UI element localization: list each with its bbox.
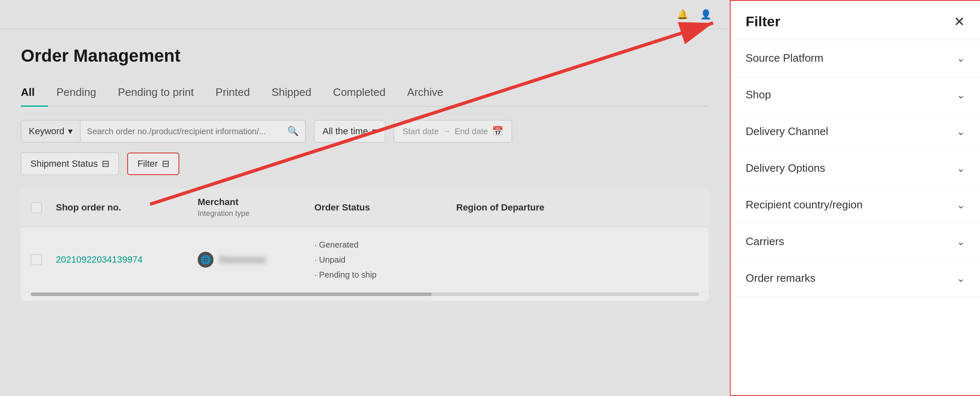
- chevron-shop-icon: ⌄: [957, 89, 965, 101]
- col-order-status: Order Status: [314, 202, 456, 213]
- filter-item-delivery-channel[interactable]: Delivery Channel ⌄: [731, 113, 980, 150]
- chevron-order-remarks-icon: ⌄: [957, 273, 965, 284]
- keyword-dropdown[interactable]: Keyword ▾: [21, 120, 80, 142]
- status-pending-ship: · Pending to ship: [314, 267, 456, 282]
- status-unpaid: · Unpaid: [314, 252, 456, 267]
- tab-archive[interactable]: Archive: [407, 81, 457, 107]
- time-label: All the time: [323, 126, 368, 137]
- user-icon[interactable]: 👤: [698, 7, 713, 22]
- filter-panel: Filter ✕ Source Platform ⌄ Shop ⌄ Delive…: [730, 0, 980, 396]
- search-input[interactable]: [80, 120, 281, 142]
- row-checkbox[interactable]: [31, 254, 56, 265]
- search-group[interactable]: Keyword ▾ 🔍: [21, 120, 306, 143]
- status-list: · Generated · Unpaid · Pending to ship: [314, 237, 456, 282]
- tab-pending-to-print[interactable]: Pending to print: [118, 81, 207, 107]
- filter-label-delivery-channel: Delivery Channel: [746, 125, 828, 138]
- filter-funnel-icon-1: ⊟: [102, 158, 109, 169]
- horizontal-scrollbar[interactable]: [31, 293, 699, 296]
- search-icon[interactable]: 🔍: [281, 120, 305, 142]
- tab-all[interactable]: All: [21, 81, 48, 107]
- col-merchant: MerchantIntegration type: [198, 197, 314, 218]
- tab-completed[interactable]: Completed: [333, 81, 399, 107]
- filter-item-recipient-country[interactable]: Recipient country/region ⌄: [731, 187, 980, 223]
- filter-items-list: Source Platform ⌄ Shop ⌄ Delivery Channe…: [731, 40, 980, 395]
- end-date-label: End date: [455, 127, 488, 136]
- filter-label-source-platform: Source Platform: [746, 52, 823, 65]
- filter-label-delivery-options: Delivery Options: [746, 162, 825, 175]
- chevron-delivery-options-icon: ⌄: [957, 163, 965, 174]
- tab-pending[interactable]: Pending: [56, 81, 109, 107]
- filter-item-delivery-options[interactable]: Delivery Options ⌄: [731, 150, 980, 187]
- status-generated: · Generated: [314, 237, 456, 252]
- tabs-container: All Pending Pending to print Printed Shi…: [21, 81, 709, 107]
- chevron-recipient-icon: ⌄: [957, 199, 965, 211]
- table-header: Shop order no. MerchantIntegration type …: [21, 188, 709, 227]
- filter-item-source-platform[interactable]: Source Platform ⌄: [731, 40, 980, 77]
- shipment-status-filter[interactable]: Shipment Status ⊟: [21, 153, 119, 175]
- date-range[interactable]: Start date → End date 📅: [394, 120, 512, 143]
- page-body: Order Management All Pending Pending to …: [0, 29, 730, 318]
- scroll-thumb: [31, 293, 432, 296]
- date-range-arrow: →: [443, 127, 450, 136]
- keyword-chevron-icon: ▾: [68, 126, 73, 137]
- filter-panel-header: Filter ✕: [731, 1, 980, 40]
- notification-icon[interactable]: 🔔: [675, 7, 690, 22]
- top-bar: 🔔 👤: [0, 0, 730, 29]
- filter-label: Filter: [137, 158, 158, 169]
- keyword-label: Keyword: [29, 126, 65, 137]
- filter-button[interactable]: Filter ⊟: [127, 153, 179, 175]
- main-content: 🔔 👤 Order Management All Pending Pending…: [0, 0, 730, 396]
- filter-panel-title: Filter: [746, 13, 780, 30]
- orders-table: Shop order no. MerchantIntegration type …: [21, 188, 709, 301]
- chevron-carriers-icon: ⌄: [957, 236, 965, 248]
- col-order-no: Shop order no.: [56, 202, 198, 213]
- select-all-checkbox[interactable]: [31, 202, 42, 213]
- filter-label-order-remarks: Order remarks: [746, 272, 816, 285]
- table-row: 20210922034139974 🌐 Xxxxxxxxxx · Generat…: [21, 227, 709, 293]
- order-id[interactable]: 20210922034139974: [56, 254, 198, 265]
- filters-row-1: Keyword ▾ 🔍 All the time ▾ Start date → …: [21, 120, 709, 143]
- calendar-icon[interactable]: 📅: [492, 126, 503, 137]
- start-date-label: Start date: [402, 127, 439, 136]
- order-status-cell: · Generated · Unpaid · Pending to ship: [314, 237, 456, 282]
- chevron-source-platform-icon: ⌄: [957, 53, 965, 64]
- tab-shipped[interactable]: Shipped: [271, 81, 324, 107]
- filter-label-recipient-country: Recipient country/region: [746, 198, 862, 211]
- filter-label-carriers: Carriers: [746, 235, 784, 248]
- shipment-status-label: Shipment Status: [30, 158, 98, 169]
- filter-item-carriers[interactable]: Carriers ⌄: [731, 223, 980, 260]
- merchant-cell: 🌐 Xxxxxxxxxx: [198, 252, 314, 268]
- merchant-name: Xxxxxxxxxx: [219, 254, 266, 265]
- col-merchant-sub: Integration type: [198, 209, 249, 218]
- time-chevron-icon: ▾: [372, 126, 377, 137]
- filter-close-button[interactable]: ✕: [954, 15, 965, 28]
- filter-funnel-icon-2: ⊟: [162, 158, 169, 169]
- col-checkbox: [31, 202, 56, 213]
- page-title: Order Management: [21, 46, 709, 66]
- chevron-delivery-channel-icon: ⌄: [957, 126, 965, 138]
- col-region: Region of Departure: [456, 202, 598, 213]
- tab-printed[interactable]: Printed: [216, 81, 263, 107]
- time-dropdown[interactable]: All the time ▾: [314, 120, 386, 143]
- avatar: 🌐: [198, 252, 214, 268]
- filter-label-shop: Shop: [746, 88, 771, 101]
- filters-row-2: Shipment Status ⊟ Filter ⊟: [21, 153, 709, 175]
- filter-item-shop[interactable]: Shop ⌄: [731, 77, 980, 113]
- filter-item-order-remarks[interactable]: Order remarks ⌄: [731, 260, 980, 297]
